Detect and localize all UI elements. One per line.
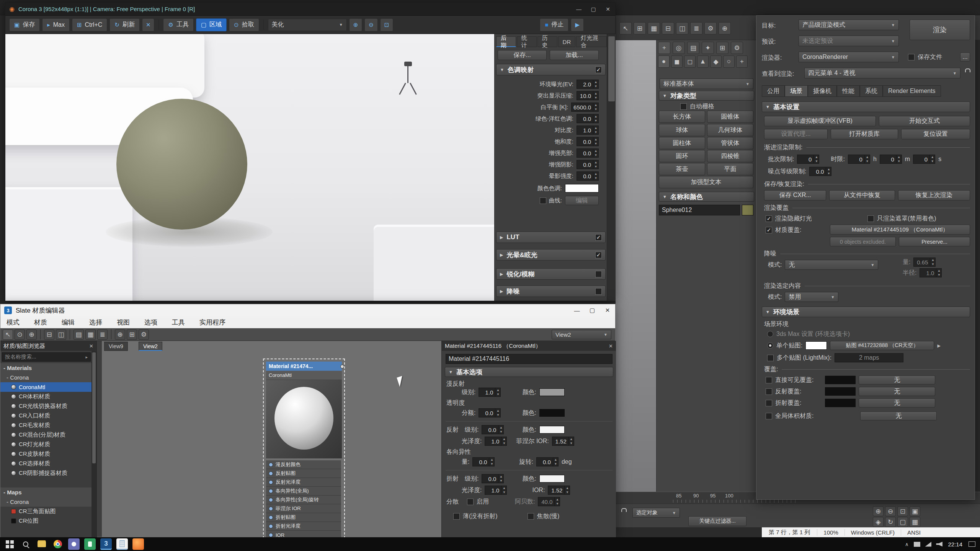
spinner-arrows[interactable] — [554, 497, 560, 506]
tab-common[interactable]: 公用 — [762, 85, 785, 97]
selection-filter-dropdown[interactable]: 选定对象 — [632, 508, 680, 518]
spinner-arrows[interactable] — [495, 388, 500, 396]
filmic-shadows-spinner[interactable]: 0.0 — [577, 160, 599, 169]
tab-camera[interactable]: 摄像机 — [808, 85, 837, 97]
save-file-checkbox[interactable] — [908, 54, 915, 60]
ior-spinner[interactable]: 1.52 — [548, 486, 570, 495]
denoise-checkbox[interactable] — [595, 288, 602, 295]
geosphere-button[interactable]: 几何球体 — [707, 124, 753, 136]
bloom-glare-rollout[interactable]: 光晕&眩光 — [496, 249, 606, 261]
show-maps-icon[interactable]: ▤ — [74, 329, 84, 340]
tree-item-coronamtl[interactable]: CoronaMtl — [0, 382, 92, 392]
assign-material-icon[interactable]: ⊕ — [26, 329, 37, 340]
lights-category-icon[interactable]: ◻ — [684, 55, 696, 68]
filmic-highlights-spinner[interactable]: 0.0 — [577, 148, 599, 158]
post-load-button[interactable]: 加载... — [550, 50, 599, 60]
dispersion-checkbox[interactable] — [467, 499, 474, 505]
vfb-pick-button[interactable]: ⊙拾取 — [229, 18, 259, 31]
volume-icon[interactable] — [936, 542, 942, 547]
zoom-all-icon[interactable]: ⊖ — [885, 506, 896, 516]
name-color-rollout[interactable]: 名称和颜色 — [659, 192, 754, 202]
scrollbar-thumb[interactable] — [92, 352, 96, 463]
zoom-region-icon[interactable]: ▣ — [910, 506, 920, 516]
environment-color-swatch[interactable] — [805, 341, 827, 350]
menu-select[interactable]: 选择 — [89, 318, 102, 327]
map-expand-icon[interactable]: ▸ — [937, 342, 941, 350]
pan-tool-icon[interactable]: ⊞ — [127, 329, 137, 340]
pan-view-icon[interactable]: ◈ — [873, 517, 884, 527]
vignette-spinner[interactable]: 0.0 — [577, 171, 599, 181]
aniso-rotation-spinner[interactable]: 0.0 — [536, 457, 559, 466]
white-balance-spinner[interactable]: 6500.0 — [571, 103, 599, 112]
active-view-dropdown[interactable]: View2 — [552, 330, 611, 339]
multi-map-checkbox[interactable] — [767, 355, 774, 361]
vfb-refresh-button[interactable]: ↻刷新 — [109, 18, 140, 31]
object-name-field[interactable]: Sphere012 — [659, 205, 740, 215]
zoom-extents-icon[interactable]: ⊡ — [897, 506, 908, 516]
reflect-level-spinner[interactable]: 0.0 — [482, 425, 504, 434]
denoise-amount-spinner[interactable]: 0.65 — [913, 258, 936, 267]
spinner-arrows[interactable] — [593, 114, 598, 123]
torus-button[interactable]: 圆环 — [659, 150, 705, 162]
color-tint-swatch[interactable] — [565, 184, 599, 192]
spinner-arrows[interactable] — [593, 149, 598, 157]
snap-toggle-icon[interactable]: ↖ — [619, 22, 632, 34]
slot-aniso-rotation[interactable]: 各向异性(全局)旋转 — [266, 496, 341, 504]
seconds-spinner[interactable]: 0 — [913, 155, 935, 164]
vfb-stop-button[interactable]: ■停止 — [540, 18, 568, 31]
opacity-amount-spinner[interactable]: 0.0 — [479, 408, 501, 417]
key-filters-button[interactable]: 关键点过滤器... — [688, 516, 746, 526]
fresnel-spinner[interactable]: 1.52 — [552, 437, 574, 446]
start-button[interactable] — [4, 538, 15, 550]
direct-override-checkbox[interactable] — [766, 377, 772, 383]
menu-utilities[interactable]: 实用程序 — [199, 318, 225, 327]
material-name-field[interactable]: Material #2147445116 — [446, 354, 612, 364]
search-icon[interactable] — [20, 538, 31, 550]
resume-from-file-button[interactable]: 从文件中恢复 — [829, 190, 895, 201]
hours-spinner[interactable]: 0 — [848, 155, 870, 164]
sharpen-blur-checkbox[interactable] — [595, 271, 602, 277]
shapes-category-icon[interactable]: ◼ — [671, 55, 683, 68]
mtl-override-button[interactable]: Material #2147445109 （CoronaMtl） — [830, 225, 970, 235]
pyramid-button[interactable]: 四棱锥 — [707, 150, 753, 162]
cone-button[interactable]: 圆锥体 — [707, 111, 753, 123]
save-cxr-button[interactable]: 保存 CXR... — [764, 190, 826, 201]
tab-dr[interactable]: DR — [558, 36, 576, 47]
view-tab-view9[interactable]: View9 — [104, 342, 128, 351]
tree-item-volume-mtl[interactable]: CR体积材质 — [0, 392, 92, 401]
tab-stats[interactable]: 统计 — [517, 36, 537, 47]
material-node[interactable]: Material #21474... CoronaMtl 漫反射颜色 反射贴图 … — [266, 362, 342, 538]
curves-checkbox[interactable] — [540, 197, 546, 204]
vfb-close-button[interactable]: ✕ — [601, 3, 615, 16]
geometry-category-icon[interactable]: ● — [658, 55, 670, 68]
vfb-send-to-max-button[interactable]: ▸Max — [42, 18, 70, 31]
denoise-mode-dropdown[interactable]: 无 — [785, 260, 878, 270]
resume-last-button[interactable]: 恢复上次渲染 — [898, 190, 970, 201]
vfb-minimize-button[interactable]: — — [572, 3, 586, 16]
minutes-spinner[interactable]: 0 — [880, 155, 902, 164]
spinner-arrows[interactable] — [593, 126, 598, 134]
menu-edit[interactable]: 编辑 — [62, 318, 75, 327]
create-tab-icon[interactable]: + — [658, 42, 670, 54]
pass-limit-spinner[interactable]: 0 — [797, 155, 819, 164]
tab-render-elements[interactable]: Render Elements — [883, 85, 941, 97]
abbe-spinner[interactable]: 40.0 — [538, 497, 560, 506]
slate-titlebar[interactable]: 3 Slate 材质编辑器 — ▢ ✕ — [0, 304, 615, 316]
layout-tools-icon[interactable]: ≣ — [97, 329, 108, 340]
node-view-canvas[interactable]: View9 View2 Material #21474... CoronaMtl… — [102, 341, 441, 538]
menu-modes[interactable]: 模式 — [7, 318, 20, 327]
global-volume-map-button[interactable]: 无 — [860, 411, 937, 421]
global-volume-checkbox[interactable] — [766, 413, 772, 419]
objects-excluded-button[interactable]: 0 objects excluded. — [830, 237, 896, 246]
curves-edit-button[interactable]: 编辑 — [565, 196, 599, 205]
caustics-checkbox[interactable] — [528, 513, 534, 520]
helpers-category-icon[interactable]: ◆ — [710, 55, 722, 68]
environment-rollout[interactable]: 环境场景 — [762, 306, 970, 317]
notepad-taskbar-icon[interactable] — [116, 538, 128, 550]
orange-app-icon[interactable] — [132, 538, 144, 550]
paint-app-icon[interactable] — [68, 538, 80, 550]
utilities-tab-icon[interactable]: ⚙ — [731, 42, 743, 54]
browser-scrollbar[interactable] — [91, 351, 96, 538]
basic-options-rollout[interactable]: 基本选项 — [445, 367, 613, 377]
slot-diffuse-color[interactable]: 漫反射颜色 — [266, 460, 341, 469]
